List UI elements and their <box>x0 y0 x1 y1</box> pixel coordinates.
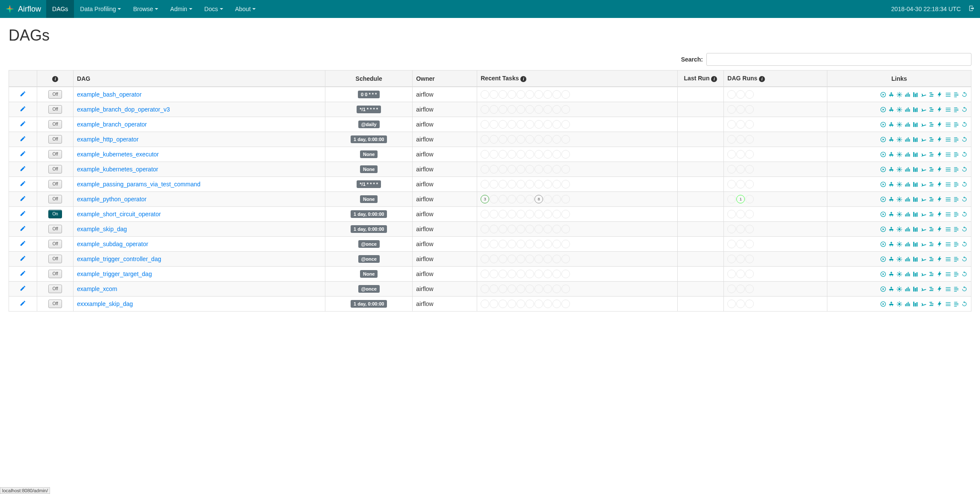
pause-toggle[interactable]: On <box>48 210 62 218</box>
link-duration-icon[interactable] <box>912 151 919 158</box>
link-refresh-icon[interactable] <box>961 226 968 232</box>
link-gantt-icon[interactable] <box>928 226 935 232</box>
link-tasks-icon[interactable] <box>904 136 911 143</box>
link-logs-icon[interactable] <box>953 91 959 98</box>
link-gantt-icon[interactable] <box>928 301 935 307</box>
nav-data-profiling[interactable]: Data Profiling <box>74 0 127 18</box>
link-duration-icon[interactable] <box>912 211 919 218</box>
link-logs-icon[interactable] <box>953 286 959 292</box>
link-duration-icon[interactable] <box>912 106 919 113</box>
dag-link[interactable]: example_http_operator <box>77 136 139 143</box>
link-tries-icon[interactable] <box>936 91 943 98</box>
link-refresh-icon[interactable] <box>961 256 968 262</box>
pause-toggle[interactable]: Off <box>48 300 62 308</box>
edit-icon[interactable] <box>20 180 26 188</box>
link-logs-icon[interactable] <box>953 121 959 128</box>
link-duration-icon[interactable] <box>912 241 919 247</box>
link-refresh-icon[interactable] <box>961 181 968 188</box>
link-tree-icon[interactable] <box>888 286 894 292</box>
link-graph-icon[interactable] <box>896 226 903 232</box>
dag-link[interactable]: example_bash_operator <box>77 91 142 98</box>
nav-docs[interactable]: Docs <box>198 0 229 18</box>
link-trigger-icon[interactable] <box>880 121 886 128</box>
link-gantt-icon[interactable] <box>928 286 935 292</box>
link-tasks-icon[interactable] <box>904 106 911 113</box>
link-tries-icon[interactable] <box>936 121 943 128</box>
dag-link[interactable]: example_xcom <box>77 285 117 292</box>
schedule-badge[interactable]: None <box>360 165 378 173</box>
link-graph-icon[interactable] <box>896 91 903 98</box>
link-tree-icon[interactable] <box>888 166 894 173</box>
link-zoom-icon[interactable] <box>945 151 951 158</box>
link-graph-icon[interactable] <box>896 136 903 143</box>
dag-link[interactable]: example_subdag_operator <box>77 241 148 247</box>
edit-icon[interactable] <box>20 91 26 98</box>
link-refresh-icon[interactable] <box>961 271 968 277</box>
link-tree-icon[interactable] <box>888 196 894 203</box>
edit-icon[interactable] <box>20 135 26 143</box>
link-tasks-icon[interactable] <box>904 301 911 307</box>
link-duration-icon[interactable] <box>912 136 919 143</box>
link-landing-icon[interactable] <box>920 151 927 158</box>
link-duration-icon[interactable] <box>912 121 919 128</box>
pause-toggle[interactable]: Off <box>48 90 62 99</box>
logout-icon[interactable] <box>968 5 975 13</box>
link-graph-icon[interactable] <box>896 166 903 173</box>
link-landing-icon[interactable] <box>920 166 927 173</box>
link-landing-icon[interactable] <box>920 226 927 232</box>
link-landing-icon[interactable] <box>920 196 927 203</box>
link-zoom-icon[interactable] <box>945 241 951 247</box>
link-tasks-icon[interactable] <box>904 211 911 218</box>
link-gantt-icon[interactable] <box>928 106 935 113</box>
link-refresh-icon[interactable] <box>961 151 968 158</box>
dag-link[interactable]: example_skip_dag <box>77 226 127 232</box>
link-landing-icon[interactable] <box>920 301 927 307</box>
link-logs-icon[interactable] <box>953 136 959 143</box>
pause-toggle[interactable]: Off <box>48 165 62 173</box>
link-graph-icon[interactable] <box>896 106 903 113</box>
link-tries-icon[interactable] <box>936 196 943 203</box>
link-graph-icon[interactable] <box>896 211 903 218</box>
link-trigger-icon[interactable] <box>880 196 886 203</box>
link-logs-icon[interactable] <box>953 151 959 158</box>
schedule-badge[interactable]: @once <box>358 240 380 248</box>
schedule-badge[interactable]: @once <box>358 285 380 293</box>
link-graph-icon[interactable] <box>896 301 903 307</box>
link-trigger-icon[interactable] <box>880 106 886 113</box>
link-tasks-icon[interactable] <box>904 196 911 203</box>
link-tries-icon[interactable] <box>936 211 943 218</box>
pause-toggle[interactable]: Off <box>48 225 62 233</box>
link-zoom-icon[interactable] <box>945 106 951 113</box>
link-trigger-icon[interactable] <box>880 256 886 262</box>
link-gantt-icon[interactable] <box>928 241 935 247</box>
edit-icon[interactable] <box>20 270 26 278</box>
schedule-badge[interactable]: 1 day, 0:00:00 <box>351 210 387 218</box>
link-refresh-icon[interactable] <box>961 286 968 292</box>
link-logs-icon[interactable] <box>953 166 959 173</box>
link-refresh-icon[interactable] <box>961 136 968 143</box>
link-logs-icon[interactable] <box>953 256 959 262</box>
link-logs-icon[interactable] <box>953 241 959 247</box>
link-logs-icon[interactable] <box>953 226 959 232</box>
link-graph-icon[interactable] <box>896 196 903 203</box>
link-tasks-icon[interactable] <box>904 91 911 98</box>
brand[interactable]: Airflow <box>5 4 46 14</box>
link-tries-icon[interactable] <box>936 181 943 188</box>
link-trigger-icon[interactable] <box>880 271 886 277</box>
schedule-badge[interactable]: 1 day, 0:00:00 <box>351 225 387 233</box>
status-circle[interactable]: 8 <box>534 195 543 203</box>
link-refresh-icon[interactable] <box>961 196 968 203</box>
link-duration-icon[interactable] <box>912 301 919 307</box>
schedule-badge[interactable]: */1 * * * * <box>357 106 381 113</box>
link-duration-icon[interactable] <box>912 166 919 173</box>
edit-icon[interactable] <box>20 210 26 218</box>
link-zoom-icon[interactable] <box>945 181 951 188</box>
link-refresh-icon[interactable] <box>961 241 968 247</box>
status-circle[interactable]: 3 <box>481 195 489 203</box>
link-graph-icon[interactable] <box>896 181 903 188</box>
link-trigger-icon[interactable] <box>880 241 886 247</box>
edit-icon[interactable] <box>20 225 26 233</box>
edit-icon[interactable] <box>20 106 26 113</box>
link-duration-icon[interactable] <box>912 256 919 262</box>
schedule-badge[interactable]: None <box>360 195 378 203</box>
